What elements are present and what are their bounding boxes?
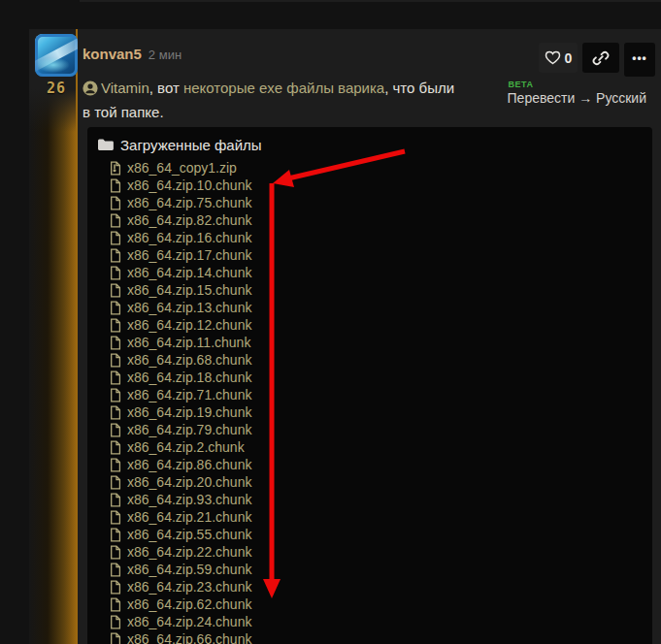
attachment-file-name: x86_64.zip.55.chunk [127,527,251,542]
message-text: , что были [384,80,454,96]
file-icon [110,615,121,629]
attachment-file[interactable]: x86_64.zip.82.chunk [97,211,639,229]
post-actions: 0 ••• [539,43,655,77]
attachment-file[interactable]: x86_64.zip.66.chunk [97,630,639,644]
forum-post: 26 konvan5 2 мин 0 [29,29,661,644]
attachment-file-name: x86_64.zip.15.chunk [127,282,251,298]
attachment-file[interactable]: x86_64.zip.71.chunk [97,386,639,403]
attachment-file-name: x86_64.zip.79.chunk [127,422,251,437]
attachment-file[interactable]: x86_64.zip.11.chunk [97,334,639,351]
file-icon [110,493,121,507]
file-icon [110,213,121,228]
file-icon [110,510,121,525]
permalink-button[interactable] [582,43,619,73]
attachment-file[interactable]: x86_64_copy1.zip [97,159,639,177]
file-icon [110,597,121,612]
message-text: в той папке. [83,104,164,120]
file-icon [110,458,121,472]
symbols-count-badge: 26 [29,80,83,97]
file-icon [110,632,121,644]
attachment-file[interactable]: x86_64.zip.10.chunk [97,177,639,194]
attachment-file-name: x86_64.zip.19.chunk [127,404,251,420]
attachment-file[interactable]: x86_64.zip.62.chunk [97,596,639,613]
attachment-file[interactable]: x86_64.zip.2.chunk [97,438,639,456]
attachment-file-name: x86_64.zip.10.chunk [127,177,251,193]
attachment-file[interactable]: x86_64.zip.93.chunk [97,491,639,508]
file-icon [110,266,121,280]
attachment-file[interactable]: x86_64.zip.15.chunk [97,281,639,299]
file-icon [110,528,121,542]
attachment-file[interactable]: x86_64.zip.14.chunk [97,264,639,281]
attachment-file[interactable]: x86_64.zip.86.chunk [97,456,639,473]
attachment-file-name: x86_64.zip.68.chunk [127,352,251,368]
avatar[interactable] [35,34,78,77]
ellipsis-icon: ••• [632,51,647,65]
attachment-file[interactable]: x86_64.zip.68.chunk [97,351,639,369]
file-icon [110,563,121,577]
attachment-file-name: x86_64.zip.18.chunk [127,370,251,385]
file-icon [110,423,121,437]
attachment-file-name: x86_64.zip.21.chunk [127,509,251,525]
attachment-file-name: x86_64.zip.14.chunk [127,265,251,280]
attachment-file[interactable]: x86_64.zip.55.chunk [97,526,639,543]
heart-outline-icon [545,50,561,65]
attachment-file[interactable]: x86_64.zip.13.chunk [97,299,639,316]
file-icon [110,580,121,595]
attachment-file-name: x86_64.zip.12.chunk [127,317,251,333]
attachment-file[interactable]: x86_64.zip.19.chunk [97,403,639,421]
username-link[interactable]: konvan5 [83,46,142,62]
attachment-file-name: x86_64.zip.66.chunk [127,631,251,644]
mention-link[interactable]: Vitamin [101,80,149,96]
more-options-button[interactable]: ••• [624,43,655,77]
attachment-file[interactable]: x86_64.zip.20.chunk [97,473,639,491]
attachment-file[interactable]: x86_64.zip.24.chunk [97,613,639,630]
attachments-title: Загруженные файлы [120,137,262,153]
file-icon [110,248,121,263]
attachment-file-name: x86_64.zip.16.chunk [127,230,251,245]
previous-post-divider [80,0,661,2]
file-icon [110,353,121,368]
zip-file-icon [110,161,121,176]
attachments-block: Загруженные файлы x86_64_copy1.zipx86_64… [87,127,652,644]
attachment-file[interactable]: x86_64.zip.22.chunk [97,543,639,561]
attachment-file-name: x86_64.zip.93.chunk [127,492,251,507]
file-icon [110,301,121,315]
like-count: 0 [565,50,573,66]
file-icon [110,405,121,420]
attachment-file-name: x86_64.zip.23.chunk [127,579,251,595]
attachment-file-name: x86_64_copy1.zip [127,160,237,176]
attachment-file[interactable]: x86_64.zip.75.chunk [97,194,639,211]
post-message: Vitamin, вот некоторые exe файлы варика,… [83,78,539,123]
attachment-file-name: x86_64.zip.62.chunk [127,596,251,612]
attachment-file-name: x86_64.zip.59.chunk [127,562,251,577]
message-link[interactable]: некоторые exe файлы варика [183,80,384,96]
attachment-file-name: x86_64.zip.24.chunk [127,614,251,629]
attachment-file[interactable]: x86_64.zip.16.chunk [97,229,639,246]
file-icon [110,318,121,333]
like-button[interactable]: 0 [539,43,578,73]
file-icon [110,370,121,385]
post-header: konvan5 2 мин [83,46,182,62]
attachment-file[interactable]: x86_64.zip.59.chunk [97,561,639,578]
attachment-file[interactable]: x86_64.zip.17.chunk [97,246,639,264]
attachment-file-name: x86_64.zip.82.chunk [127,212,251,228]
link-chain-icon [592,49,610,67]
attachment-file-name: x86_64.zip.11.chunk [127,335,250,350]
attachment-file[interactable]: x86_64.zip.18.chunk [97,369,639,386]
attachment-file-name: x86_64.zip.86.chunk [127,457,251,472]
file-icon [110,545,121,560]
post-timestamp[interactable]: 2 мин [149,48,182,62]
file-icon [110,440,121,455]
attachment-file-name: x86_64.zip.17.chunk [127,247,251,263]
attachment-file[interactable]: x86_64.zip.79.chunk [97,421,639,438]
file-icon [110,283,121,298]
attachment-file-name: x86_64.zip.2.chunk [127,439,245,455]
attachment-file[interactable]: x86_64.zip.23.chunk [97,578,639,596]
attachment-file[interactable]: x86_64.zip.12.chunk [97,316,639,334]
file-icon [110,475,121,490]
file-icon [110,336,121,350]
file-icon [110,388,121,402]
file-icon [110,231,121,245]
attachment-file[interactable]: x86_64.zip.21.chunk [97,508,639,526]
attachment-file-name: x86_64.zip.71.chunk [127,387,251,402]
